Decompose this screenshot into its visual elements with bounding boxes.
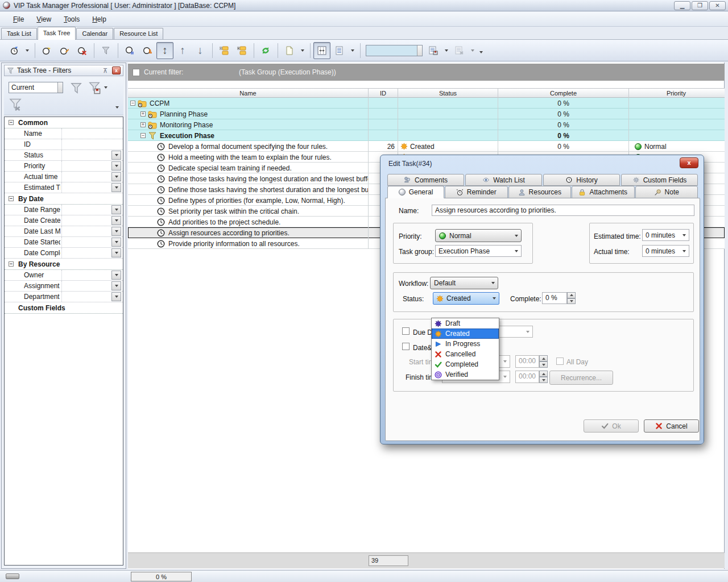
filter-row-date-range[interactable]: Date Range [5, 205, 123, 215]
name-input[interactable]: Assign resources according to priorities… [432, 205, 694, 216]
add-subtask-button[interactable] [38, 42, 55, 59]
apply-filter-icon[interactable] [70, 82, 82, 94]
filter-row-date-created[interactable]: Date Create [5, 215, 123, 226]
column-header-name[interactable]: Name [128, 89, 369, 98]
section-by-resource[interactable]: −By Resource [5, 259, 123, 270]
move-down-button[interactable]: ↓ [192, 42, 209, 59]
filter-row-estimated-time[interactable]: Estimated Ti [5, 182, 123, 193]
filter-row-id[interactable]: ID [5, 139, 123, 150]
new-task-button[interactable] [6, 42, 23, 59]
status-option-created[interactable]: Created [432, 329, 499, 339]
collapse-icon[interactable]: − [140, 133, 146, 138]
tab-comments[interactable]: Comments [387, 174, 464, 186]
table-row[interactable]: − Execution Phase 0 % [128, 130, 725, 141]
tab-task-list[interactable]: Task List [1, 28, 37, 39]
collapse-icon[interactable]: − [9, 196, 14, 201]
section-custom-fields[interactable]: Custom Fields [5, 302, 123, 314]
filter-row-owner[interactable]: Owner [5, 270, 123, 281]
tab-resources[interactable]: Resources [508, 186, 572, 198]
dropdown-button[interactable] [111, 292, 121, 301]
tab-watch-list[interactable]: Watch List [465, 174, 542, 186]
menu-help[interactable]: Help [87, 14, 111, 25]
current-filter-checkbox[interactable] [133, 69, 140, 76]
pin-icon[interactable]: ⊼ [103, 67, 110, 74]
expand-all-button[interactable] [233, 42, 250, 59]
complete-input[interactable]: 0 % [542, 292, 567, 304]
table-row[interactable]: + Monitoring Phase 0 % [128, 119, 725, 130]
section-common[interactable]: −Common [5, 117, 123, 128]
dropdown-button[interactable] [111, 205, 121, 214]
actual-time-combo[interactable]: 0 minutes [642, 245, 689, 257]
order-tasks-button[interactable] [121, 42, 138, 59]
move-up-button[interactable]: ↑ [174, 42, 191, 59]
complete-spinner[interactable] [567, 292, 576, 304]
dropdown-button[interactable] [111, 183, 121, 192]
expand-collapse-rows-button[interactable]: ↕ [156, 42, 173, 59]
save-filter-dropdown[interactable] [104, 86, 107, 89]
dropdown-button[interactable] [111, 281, 121, 290]
dropdown-button[interactable] [111, 238, 121, 247]
expand-icon[interactable]: + [140, 111, 146, 117]
refresh-button[interactable] [257, 42, 274, 59]
save-filter-icon[interactable] [88, 82, 101, 94]
expand-icon[interactable]: + [140, 122, 146, 127]
tab-note[interactable]: Note [635, 186, 698, 198]
due-date-checkbox[interactable] [402, 327, 410, 335]
dropdown-button[interactable] [111, 227, 121, 236]
date-time-checkbox[interactable] [402, 343, 410, 350]
filter-row-date-modified[interactable]: Date Last M [5, 226, 123, 237]
filter-row-date-completed[interactable]: Date Comple [5, 248, 123, 259]
dropdown-button[interactable] [111, 248, 121, 257]
collapse-all-button[interactable] [216, 42, 233, 59]
save-view-dropdown[interactable] [442, 42, 450, 59]
task-group-combo[interactable]: Execution Phase [435, 245, 522, 257]
menu-tools[interactable]: Tools [59, 14, 85, 25]
new-task-dropdown[interactable] [23, 42, 31, 59]
filter-row-name[interactable]: Name [5, 128, 123, 139]
dropdown-button[interactable] [111, 271, 121, 280]
collapse-icon[interactable]: − [9, 120, 14, 125]
tab-attachments[interactable]: Attachments [572, 186, 635, 198]
column-header-status[interactable]: Status [398, 89, 498, 98]
filters-toolbar-overflow[interactable] [115, 106, 119, 109]
filter-row-date-started[interactable]: Date Started [5, 237, 123, 248]
estimated-time-combo[interactable]: 0 minutes [642, 229, 689, 241]
save-view-button[interactable] [425, 42, 442, 59]
status-option-cancelled[interactable]: Cancelled [432, 349, 499, 359]
status-option-draft[interactable]: Draft [432, 318, 499, 329]
workflow-combo[interactable]: Default [430, 277, 498, 289]
filter-row-department[interactable]: Department [5, 292, 123, 302]
view-preset-combo[interactable] [366, 45, 423, 56]
column-header-id[interactable]: ID [369, 89, 398, 98]
dropdown-button[interactable] [111, 172, 121, 181]
prioritize-tasks-button[interactable] [139, 42, 156, 59]
tab-task-tree[interactable]: Task Tree [38, 27, 76, 40]
priority-combo[interactable]: Normal [435, 229, 522, 242]
cancel-button[interactable]: Cancel [644, 419, 699, 433]
dropdown-button[interactable] [111, 151, 121, 160]
tab-reminder[interactable]: Reminder [445, 186, 508, 198]
customize-columns-dropdown[interactable] [349, 42, 357, 59]
clear-filter-icon[interactable] [9, 98, 22, 112]
delete-view-dropdown[interactable] [469, 42, 477, 59]
status-option-completed[interactable]: Completed [432, 359, 499, 369]
collapse-icon[interactable]: − [130, 101, 135, 106]
delete-view-button[interactable] [451, 42, 468, 59]
section-by-date[interactable]: −By Date [5, 193, 123, 205]
tab-calendar[interactable]: Calendar [76, 28, 113, 39]
menu-file[interactable]: File [8, 14, 29, 25]
tab-resource-list[interactable]: Resource List [114, 28, 163, 39]
table-row[interactable]: Develop a formal document specifying the… [128, 141, 725, 152]
dialog-close-button[interactable]: x [680, 157, 698, 168]
export-dropdown[interactable] [299, 42, 307, 59]
dropdown-button[interactable] [111, 161, 121, 171]
fit-columns-button[interactable] [313, 42, 330, 59]
filter-row-status[interactable]: Status [5, 150, 123, 161]
tab-history[interactable]: History [543, 174, 620, 186]
edit-task-button[interactable] [56, 42, 73, 59]
status-combo[interactable]: Created [433, 292, 499, 305]
ok-button[interactable]: Ok [584, 419, 639, 433]
minimize-button[interactable]: ▁ [674, 1, 690, 10]
filter-row-priority[interactable]: Priority [5, 161, 123, 172]
filter-button[interactable] [97, 42, 114, 59]
